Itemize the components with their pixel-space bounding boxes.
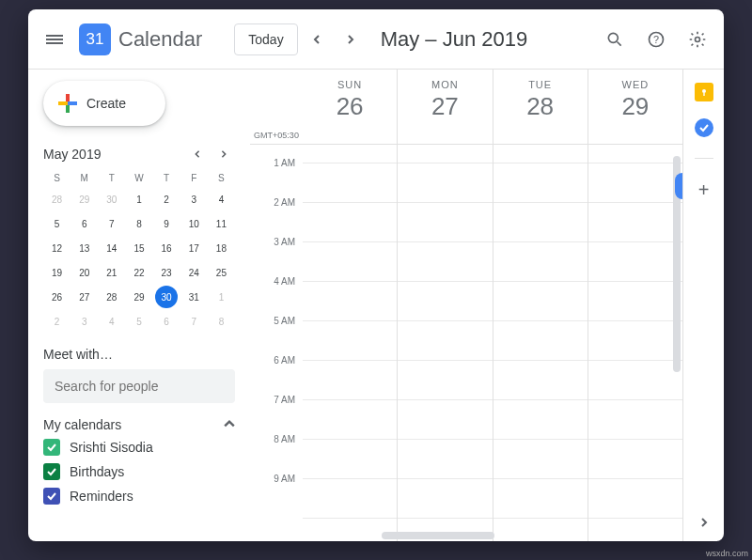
mini-day[interactable]: 9 bbox=[155, 212, 178, 235]
time-slot[interactable] bbox=[494, 163, 588, 203]
time-slot[interactable] bbox=[494, 282, 588, 321]
time-slot[interactable] bbox=[303, 282, 397, 321]
time-slot[interactable] bbox=[398, 145, 492, 163]
time-slot[interactable] bbox=[588, 145, 682, 163]
day-column[interactable] bbox=[397, 145, 492, 541]
calendar-checkbox[interactable] bbox=[43, 439, 60, 456]
time-slot[interactable] bbox=[494, 321, 588, 361]
time-slot[interactable] bbox=[303, 145, 397, 163]
mini-day[interactable]: 6 bbox=[73, 212, 96, 235]
mini-day[interactable]: 17 bbox=[182, 237, 205, 259]
mini-day[interactable]: 26 bbox=[46, 286, 69, 308]
mini-prev-button[interactable] bbox=[186, 143, 209, 165]
time-slot[interactable] bbox=[588, 321, 682, 361]
time-slot[interactable] bbox=[494, 400, 588, 440]
my-calendars-toggle[interactable]: My calendars bbox=[43, 416, 235, 433]
mini-day[interactable]: 27 bbox=[73, 286, 96, 308]
mini-day[interactable]: 4 bbox=[101, 310, 123, 333]
time-slot[interactable] bbox=[494, 361, 588, 400]
mini-day[interactable]: 29 bbox=[128, 286, 150, 308]
calendar-item[interactable]: Srishti Sisodia bbox=[43, 439, 235, 456]
mini-day[interactable]: 20 bbox=[73, 261, 96, 284]
mini-day[interactable]: 7 bbox=[182, 310, 205, 333]
time-slot[interactable] bbox=[303, 400, 397, 440]
mini-day[interactable]: 8 bbox=[210, 310, 232, 333]
time-slot[interactable] bbox=[588, 163, 682, 203]
mini-day[interactable]: 15 bbox=[128, 237, 150, 259]
time-slot[interactable] bbox=[398, 203, 492, 242]
time-slot[interactable] bbox=[398, 282, 492, 321]
mini-day[interactable]: 13 bbox=[73, 237, 96, 259]
mini-day[interactable]: 2 bbox=[155, 188, 178, 210]
time-slot[interactable] bbox=[398, 479, 492, 519]
day-header[interactable]: WED29 bbox=[588, 70, 682, 144]
time-slot[interactable] bbox=[588, 242, 682, 282]
mini-day[interactable]: 31 bbox=[182, 286, 205, 308]
day-header[interactable]: TUE28 bbox=[493, 70, 588, 144]
time-slot[interactable] bbox=[588, 282, 682, 321]
mini-day[interactable]: 5 bbox=[128, 310, 150, 333]
mini-day[interactable]: 21 bbox=[101, 261, 123, 284]
time-slot[interactable] bbox=[303, 321, 397, 361]
mini-day[interactable]: 4 bbox=[210, 188, 232, 210]
time-slot[interactable] bbox=[398, 440, 492, 479]
create-button[interactable]: Create bbox=[43, 81, 165, 126]
next-period-button[interactable] bbox=[336, 24, 366, 54]
time-slot[interactable] bbox=[398, 321, 492, 361]
day-header[interactable]: MON27 bbox=[397, 70, 492, 144]
mini-day[interactable]: 3 bbox=[73, 310, 96, 333]
day-header[interactable]: SUN26 bbox=[303, 70, 397, 144]
mini-day[interactable]: 8 bbox=[128, 212, 150, 235]
settings-button[interactable] bbox=[679, 21, 716, 58]
mini-day[interactable]: 22 bbox=[128, 261, 150, 284]
keep-icon[interactable] bbox=[695, 83, 713, 101]
time-slot[interactable] bbox=[303, 163, 397, 203]
mini-day[interactable]: 3 bbox=[182, 188, 205, 210]
mini-day[interactable]: 30 bbox=[101, 188, 123, 210]
hide-panel-button[interactable] bbox=[699, 515, 709, 530]
mini-day[interactable]: 14 bbox=[101, 237, 123, 259]
mini-day[interactable]: 25 bbox=[210, 261, 232, 284]
mini-day[interactable]: 1 bbox=[128, 188, 150, 210]
time-slot[interactable] bbox=[494, 242, 588, 282]
mini-day[interactable]: 12 bbox=[46, 237, 69, 259]
day-column[interactable] bbox=[588, 145, 682, 541]
mini-day[interactable]: 6 bbox=[155, 310, 178, 333]
mini-day[interactable]: 2 bbox=[46, 310, 69, 333]
mini-day[interactable]: 28 bbox=[46, 188, 69, 210]
time-slot[interactable] bbox=[398, 242, 492, 282]
time-slot[interactable] bbox=[303, 361, 397, 400]
time-slot[interactable] bbox=[588, 400, 682, 440]
time-slot[interactable] bbox=[303, 440, 397, 479]
help-button[interactable]: ? bbox=[637, 21, 675, 58]
mini-day[interactable]: 7 bbox=[101, 212, 123, 235]
time-slot[interactable] bbox=[494, 203, 588, 242]
calendar-checkbox[interactable] bbox=[43, 463, 60, 480]
time-slot[interactable] bbox=[303, 242, 397, 282]
time-slot[interactable] bbox=[494, 145, 588, 163]
mini-day[interactable]: 11 bbox=[210, 212, 232, 235]
add-addon-button[interactable]: + bbox=[698, 179, 710, 201]
time-slot[interactable] bbox=[588, 440, 682, 479]
mini-day[interactable]: 24 bbox=[182, 261, 205, 284]
mini-day[interactable]: 29 bbox=[73, 188, 96, 210]
mini-next-button[interactable] bbox=[212, 143, 235, 165]
calendar-item[interactable]: Birthdays bbox=[43, 463, 235, 480]
mini-day[interactable]: 19 bbox=[46, 261, 69, 284]
search-button[interactable] bbox=[596, 21, 634, 58]
time-slot[interactable] bbox=[303, 203, 397, 242]
mini-day[interactable]: 16 bbox=[155, 237, 178, 259]
prev-period-button[interactable] bbox=[302, 24, 332, 54]
time-slot[interactable] bbox=[398, 361, 492, 400]
horizontal-scrollbar[interactable] bbox=[382, 532, 494, 539]
mini-day[interactable]: 5 bbox=[46, 212, 69, 235]
time-slot[interactable] bbox=[588, 203, 682, 242]
mini-day[interactable]: 23 bbox=[155, 261, 178, 284]
search-people-input[interactable] bbox=[43, 369, 235, 403]
day-column[interactable] bbox=[303, 145, 397, 541]
time-slot[interactable] bbox=[494, 479, 588, 519]
day-column[interactable] bbox=[493, 145, 588, 541]
mini-day[interactable]: 18 bbox=[210, 237, 232, 259]
time-slot[interactable] bbox=[588, 479, 682, 519]
calendar-checkbox[interactable] bbox=[43, 488, 60, 505]
